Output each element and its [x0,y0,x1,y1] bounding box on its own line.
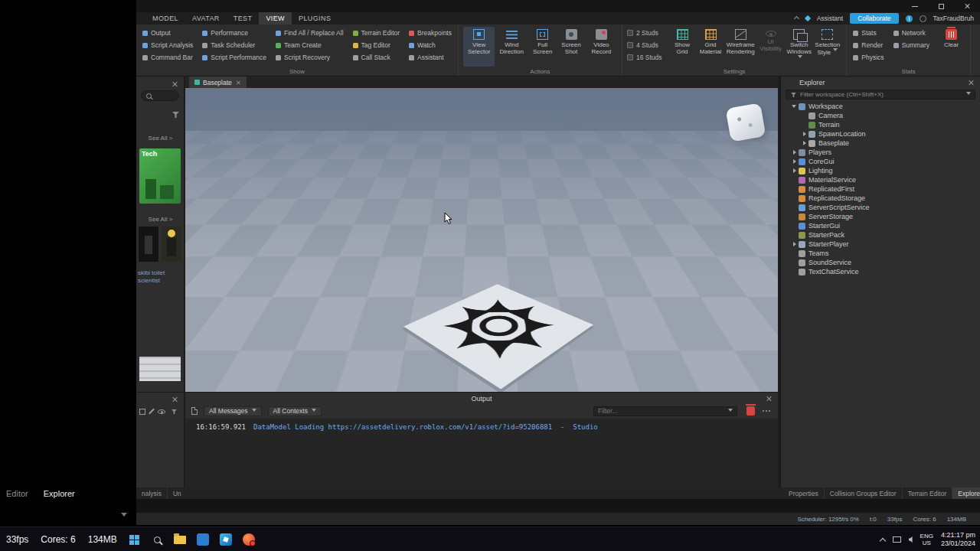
menu-tab[interactable]: PLUGINS [292,12,338,24]
menu-tab[interactable]: TEST [227,12,260,24]
viewport-tab-baseplate[interactable]: Baseplate [189,77,247,88]
toolbox-close-icon[interactable] [172,81,178,87]
minimize-button[interactable] [902,0,928,12]
explorer-tree-item[interactable]: SoundService [781,258,980,267]
messages-filter-dropdown[interactable]: All Messages [204,406,262,416]
explorer-tree-item[interactable]: StarterGui [781,221,980,230]
tree-expand-arrow[interactable] [792,221,799,230]
ribbon-button[interactable]: Watch [407,39,453,51]
taskbar-app-orange[interactable] [237,527,260,551]
filter-icon[interactable] [172,112,179,118]
ribbon-button[interactable]: Physics [851,51,885,64]
dock-tab[interactable]: Terrain Editor [903,487,953,499]
ribbon-button[interactable]: Script Recovery [274,51,345,64]
maximize-button[interactable] [928,0,954,12]
tree-expand-arrow[interactable] [792,148,799,157]
tray-chevron-up-icon[interactable] [879,537,885,543]
ribbon-large-button[interactable]: UI Visibility [756,27,785,67]
ribbon-button[interactable]: Script Performance [201,51,268,64]
ribbon-large-button[interactable]: Switch Windows [785,27,813,67]
explorer-tree-item[interactable]: StarterPack [781,230,980,240]
collapse-chevron-icon[interactable] [121,513,127,520]
explorer-filter-input[interactable] [800,91,963,98]
toolbox-asset-tech[interactable]: Tech [139,148,181,204]
asset-thumbnail[interactable] [162,227,181,262]
tree-expand-arrow[interactable] [802,139,808,148]
explorer-tree-item[interactable]: CoreGui [781,157,980,166]
ribbon-button[interactable]: Terrain Editor [351,27,402,39]
tree-expand-arrow[interactable] [802,111,808,120]
menu-tab[interactable]: MODEL [145,12,185,24]
tree-expand-arrow[interactable] [792,157,799,166]
ribbon-large-button[interactable]: Grid Material [697,27,725,67]
stud-size-option[interactable]: 4 Studs [627,39,662,51]
log-icon[interactable] [191,407,198,415]
tree-expand-arrow[interactable] [792,240,799,249]
explorer-tree-item[interactable]: Camera [781,111,980,120]
ribbon-large-button[interactable]: Wind Direction [495,27,528,67]
menu-tab[interactable]: VIEW [259,12,292,24]
taskbar-app-blue[interactable] [191,527,214,551]
asset-thumbnail-partial[interactable] [139,357,181,381]
tab-editor[interactable]: Editor [6,489,28,498]
ribbon-button[interactable]: Summary [892,39,931,51]
ribbon-button[interactable]: Assistant [407,51,453,64]
tree-expand-arrow[interactable] [792,249,799,258]
output-close-icon[interactable] [766,396,772,402]
explorer-tree-item[interactable]: SpawnLocation [781,129,980,139]
ribbon-large-button[interactable]: View Selector [463,27,495,67]
assistant-label[interactable]: Assistant [817,15,844,22]
stud-size-option[interactable]: 16 Studs [627,51,662,64]
tree-expand-arrow[interactable] [802,120,808,129]
ribbon-button[interactable]: Tag Editor [351,39,402,51]
ribbon-button[interactable]: Render [851,39,885,51]
asset-caption[interactable]: skibi toilet scientist [138,269,184,285]
tree-expand-arrow[interactable] [792,230,799,240]
tree-expand-arrow[interactable] [792,184,799,194]
ribbon-large-button[interactable]: Full Screen [528,27,557,67]
explorer-tree-item[interactable]: Baseplate [781,139,980,148]
help-icon[interactable] [920,15,926,22]
output-filter-box[interactable] [593,406,737,416]
dice-part[interactable] [726,103,766,142]
dock-tab[interactable]: Properties [783,487,825,499]
dock-tab[interactable]: Explorer [952,487,980,499]
start-button[interactable] [122,527,145,551]
search-button[interactable] [145,527,168,551]
username-label[interactable]: TaxFraudBruh [933,15,974,22]
dock-icon[interactable] [139,409,145,415]
output-filter-input[interactable] [598,407,728,415]
tree-expand-arrow[interactable] [792,166,799,175]
explorer-tree-item[interactable]: Terrain [781,120,980,129]
ribbon-large-button[interactable]: Selection Style [813,27,841,67]
volume-icon[interactable] [909,536,913,543]
visibility-icon[interactable] [158,409,165,414]
explorer-tree-item[interactable]: ServerScriptService [781,203,980,212]
explorer-tree-item[interactable]: Players [781,148,980,157]
toolbox-search-input[interactable] [141,90,179,101]
asset-thumbnail[interactable] [139,227,158,262]
chevron-down-icon[interactable] [966,92,971,97]
collapse-ribbon-icon[interactable] [794,15,799,21]
ribbon-large-button[interactable]: Wireframe Rendering [725,27,757,67]
tree-expand-arrow[interactable] [792,267,799,276]
tree-expand-arrow[interactable] [792,102,799,111]
explorer-tree-item[interactable]: Workspace [781,102,980,111]
explorer-tree-item[interactable]: Teams [781,249,980,258]
ribbon-button[interactable]: Performance [201,27,268,39]
ribbon-button[interactable]: Command Bar [141,51,194,64]
language-indicator[interactable]: ENG US [920,533,933,546]
ribbon-button[interactable]: Stats [851,27,885,39]
explorer-close-icon[interactable] [968,80,974,86]
tree-expand-arrow[interactable] [802,129,808,139]
ribbon-button[interactable]: Task Scheduler [201,39,268,51]
ribbon-button[interactable]: Script Analysis [141,39,194,51]
stud-size-option[interactable]: 2 Studs [627,27,662,39]
filter-icon[interactable] [172,409,178,414]
explorer-tree-item[interactable]: StarterPlayer [781,240,980,249]
tab-explorer[interactable]: Explorer [44,489,75,498]
display-icon[interactable] [893,536,901,543]
tree-expand-arrow[interactable] [792,194,799,203]
taskbar-clock[interactable]: 4:21:17 pm 23/01/2024 [941,531,975,549]
explorer-tree-item[interactable]: ServerStorage [781,212,980,221]
